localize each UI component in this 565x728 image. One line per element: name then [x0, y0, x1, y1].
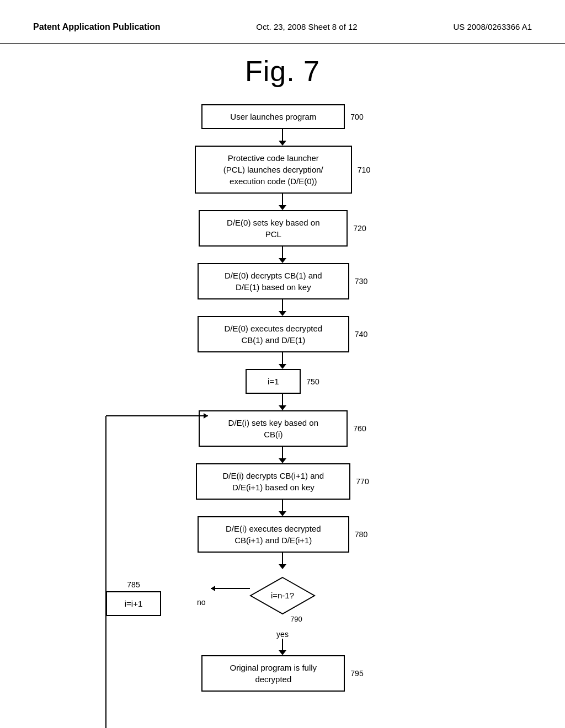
arrow-730-740 [279, 299, 286, 316]
page: Patent Application Publication Oct. 23, … [0, 0, 565, 728]
node-710-wrapper: Protective code launcher(PCL) launches d… [195, 146, 370, 194]
node-750-wrapper: i=1 750 [246, 369, 319, 394]
node-700-wrapper: User launches program 700 [201, 104, 363, 129]
node-730-text: D/E(0) decrypts CB(1) andD/E(1) based on… [225, 271, 322, 292]
node-770: D/E(i) decrypts CB(i+1) andD/E(i+1) base… [196, 463, 350, 500]
ref-780: 780 [355, 530, 367, 539]
node-760: D/E(i) sets key based onCB(i) [199, 410, 348, 447]
node-710: Protective code launcher(PCL) launches d… [195, 146, 352, 194]
node-760-wrapper: D/E(i) sets key based onCB(i) 760 [199, 410, 366, 447]
ref-770: 770 [356, 477, 369, 486]
yes-branch: yes [276, 630, 289, 655]
node-795-text: Original program is fullydecrypted [230, 663, 317, 684]
ref-760: 760 [353, 424, 366, 433]
node-780-text: D/E(i) executes decryptedCB(i+1) and D/E… [226, 524, 321, 545]
ref-750: 750 [306, 377, 319, 386]
node-780: D/E(i) executes decryptedCB(i+1) and D/E… [198, 516, 349, 553]
node-790-label: i=n-1? [249, 576, 316, 615]
arrow-780-790 [279, 553, 286, 569]
node-790-group: i=n-1? 790 [249, 576, 316, 623]
arrow-740-750 [279, 352, 286, 369]
node-720-wrapper: D/E(0) sets key based onPCL 720 [199, 210, 366, 247]
arrow-720-730 [279, 247, 286, 263]
header-date: Oct. 23, 2008 Sheet 8 of 12 [256, 22, 357, 31]
ref-730: 730 [355, 277, 367, 286]
node-740-wrapper: D/E(0) executes decryptedCB(1) and D/E(1… [198, 316, 367, 352]
header-patent: US 2008/0263366 A1 [453, 22, 532, 31]
svg-marker-2 [211, 586, 215, 591]
branch-yes-label: yes [276, 630, 289, 639]
diamond-row: 785 i=i+1 no i=n-1? 790 [89, 569, 476, 630]
node-740: D/E(0) executes decryptedCB(1) and D/E(1… [198, 316, 349, 352]
node-785: i=i+1 [106, 591, 161, 616]
ref-710: 710 [358, 165, 370, 174]
node-790-diamond: i=n-1? [249, 576, 316, 615]
node-730-wrapper: D/E(0) decrypts CB(1) andD/E(1) based on… [198, 263, 367, 299]
arrow-700-710 [279, 129, 286, 146]
node-770-wrapper: D/E(i) decrypts CB(i+1) andD/E(i+1) base… [196, 463, 369, 500]
node-770-text: D/E(i) decrypts CB(i+1) andD/E(i+1) base… [222, 471, 324, 492]
node-720: D/E(0) sets key based onPCL [199, 210, 348, 247]
node-760-text: D/E(i) sets key based onCB(i) [228, 418, 318, 439]
node-785-group: 785 i=i+1 [106, 580, 161, 616]
node-720-text: D/E(0) sets key based onPCL [227, 218, 319, 239]
ref-700: 700 [350, 113, 363, 121]
node-740-text: D/E(0) executes decryptedCB(1) and D/E(1… [225, 324, 323, 345]
arrow-770-780 [279, 500, 286, 516]
node-780-wrapper: D/E(i) executes decryptedCB(i+1) and D/E… [198, 516, 367, 553]
branch-no-label: no [197, 598, 206, 607]
arrow-760-770 [279, 447, 286, 463]
arrow-790-795 [279, 639, 286, 655]
ref-795: 795 [350, 669, 363, 678]
ref-720: 720 [353, 224, 366, 233]
flowchart: User launches program 700 Protective cod… [0, 104, 565, 714]
node-700: User launches program [201, 104, 345, 129]
ref-790: 790 [290, 615, 302, 623]
ref-785: 785 [127, 580, 140, 589]
node-750: i=1 [246, 369, 301, 394]
loop-section: D/E(i) sets key based onCB(i) 760 D/E(i)… [89, 410, 476, 692]
node-710-text: Protective code launcher(PCL) launches d… [223, 153, 323, 186]
ref-740: 740 [355, 330, 367, 339]
fig-title: Fig. 7 [0, 55, 565, 88]
node-795-wrapper: Original program is fullydecrypted 795 [201, 655, 363, 692]
node-795: Original program is fullydecrypted [201, 655, 345, 692]
arrow-750-760 [279, 394, 286, 410]
header-title: Patent Application Publication [33, 22, 161, 32]
arrow-710-720 [279, 194, 286, 210]
node-730: D/E(0) decrypts CB(1) andD/E(1) based on… [198, 263, 349, 299]
header: Patent Application Publication Oct. 23, … [0, 0, 565, 44]
